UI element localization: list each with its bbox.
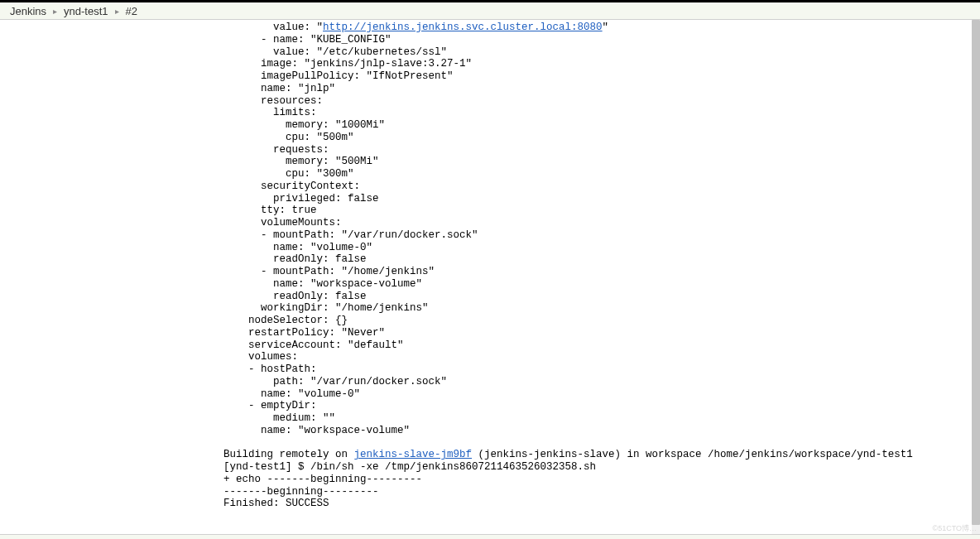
breadcrumb-build[interactable]: #2 — [126, 5, 137, 17]
footer-bar — [0, 534, 980, 539]
breadcrumb-jenkins[interactable]: Jenkins — [10, 5, 46, 17]
scrollbar-track[interactable] — [972, 20, 980, 534]
breadcrumb-job[interactable]: ynd-test1 — [64, 5, 108, 17]
chevron-right-icon: ▸ — [115, 7, 119, 16]
scrollbar-thumb[interactable] — [972, 20, 980, 525]
console-text: value: " — [223, 22, 323, 33]
console-output: value: "http://jenkins.jenkins.svc.clust… — [0, 20, 980, 510]
breadcrumb: Jenkins ▸ ynd-test1 ▸ #2 — [0, 2, 980, 20]
chevron-right-icon: ▸ — [53, 7, 57, 16]
jenkins-url-link[interactable]: http://jenkins.jenkins.svc.cluster.local… — [323, 22, 603, 33]
watermark-text: ©51CTO博… — [933, 523, 977, 534]
slave-node-link[interactable]: jenkins-slave-jm9bf — [354, 449, 473, 460]
console-text: " - name: "KUBE_CONFIG" value: "/etc/kub… — [223, 22, 608, 460]
